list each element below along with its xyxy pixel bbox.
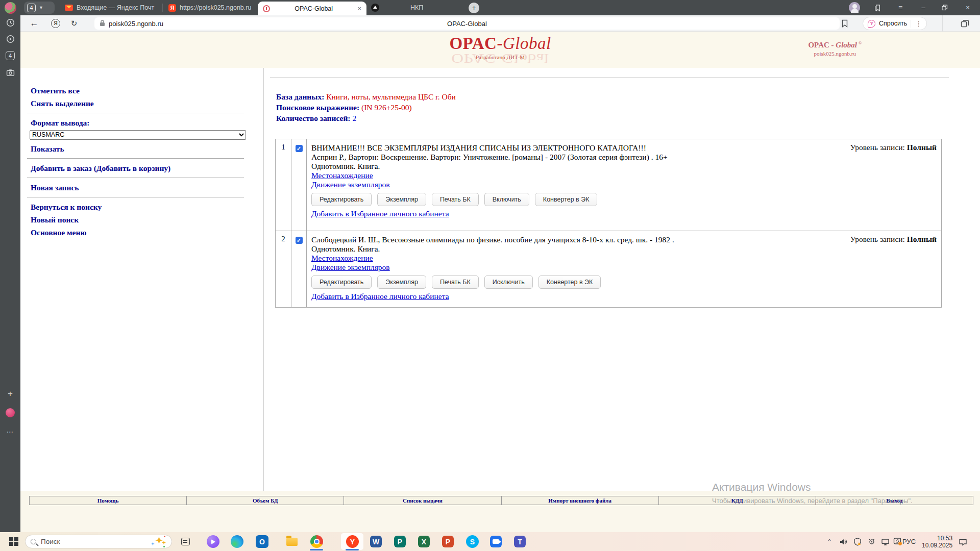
- profile-avatar[interactable]: [5, 2, 16, 14]
- tab-counter-button[interactable]: 4 ▼: [24, 2, 55, 14]
- language-indicator[interactable]: РУС: [902, 532, 916, 551]
- footer-link-exit[interactable]: Выход: [816, 496, 973, 505]
- back-icon[interactable]: ←: [27, 18, 42, 29]
- tab-poisk[interactable]: Я https://poisk025.ngonb.ru: [168, 0, 255, 15]
- reload-icon[interactable]: ↻: [66, 19, 82, 28]
- tab-panel-badge[interactable]: 4: [0, 51, 20, 60]
- menu-icon[interactable]: ≡: [892, 0, 909, 15]
- minimize-button[interactable]: –: [915, 0, 932, 15]
- record-checkbox-checked[interactable]: ✓: [296, 237, 303, 244]
- media-play-icon[interactable]: [0, 35, 20, 45]
- kebab-menu-icon[interactable]: ⋮: [911, 20, 922, 28]
- record-body: Слободецкий И. Ш., Всесоюзные олимпиады …: [307, 231, 941, 307]
- network-icon[interactable]: [881, 532, 890, 551]
- address-bar[interactable]: poisk025.ngonb.ru OPAC-Global: [94, 17, 840, 30]
- sidebar-more-icon[interactable]: ⋯: [0, 428, 20, 436]
- converter-button[interactable]: Конвертер в ЭК: [538, 276, 601, 289]
- copies-movement-link[interactable]: Движение экземпляров: [311, 263, 390, 272]
- browser-side-strip: 4 + ⋯: [0, 0, 20, 532]
- footer-link-kdd[interactable]: КДД: [659, 496, 816, 505]
- edit-button[interactable]: Редактировать: [311, 193, 372, 206]
- sidebar-menu: Отметить все Снять выделение Формат выво…: [20, 68, 264, 491]
- location-link[interactable]: Местонахождение: [311, 171, 373, 180]
- results-table: 1 ✓ ВНИМАНИЕ!!! ВСЕ ЭКЗЕМПЛЯРЫ ИЗДАНИЯ С…: [275, 139, 942, 308]
- tab-count: 4: [27, 4, 36, 12]
- opac-header: OPAC-Global OPAC-Global Разработано ДИТ-…: [20, 32, 980, 68]
- converter-button[interactable]: Конвертер в ЭК: [535, 193, 598, 206]
- new-tab-button[interactable]: +: [469, 3, 479, 13]
- restore-button[interactable]: [936, 0, 953, 15]
- panels-icon[interactable]: [869, 0, 886, 15]
- close-window-button[interactable]: ×: [959, 0, 976, 15]
- sidebar-item-select-all[interactable]: Отметить все: [31, 86, 263, 95]
- record-number: 2: [276, 231, 291, 307]
- ask-ai-button[interactable]: ? Спросить ⋮: [863, 17, 927, 30]
- footer-link-db-volume[interactable]: Объем БД: [187, 496, 344, 505]
- print-card-button[interactable]: Печать БК: [432, 193, 479, 206]
- edit-button[interactable]: Редактировать: [311, 276, 372, 289]
- chrome-app-icon[interactable]: [310, 535, 323, 548]
- sidebar-item-new-record[interactable]: Новая запись: [31, 183, 263, 192]
- sidebar-item-new-search[interactable]: Новый поиск: [31, 215, 263, 224]
- add-favorite-link[interactable]: Добавить в Избранное личного кабинета: [311, 209, 449, 218]
- tab-opac-global-active[interactable]: OPAC-Global ×: [258, 2, 366, 15]
- notifications-icon[interactable]: [959, 532, 967, 551]
- bookmark-icon[interactable]: [841, 19, 848, 28]
- record-number: 1: [276, 139, 291, 231]
- skype-app-icon[interactable]: S: [466, 535, 479, 548]
- sidebar-item-back-to-search[interactable]: Вернуться к поиску: [31, 203, 263, 212]
- location-link[interactable]: Местонахождение: [311, 254, 373, 263]
- yandex-services-icon[interactable]: Я: [51, 19, 60, 28]
- volume-icon[interactable]: [839, 532, 847, 551]
- history-icon[interactable]: [0, 18, 20, 29]
- sidebar-item-show[interactable]: Показать: [31, 144, 263, 154]
- tray-expand-icon[interactable]: ⌃: [827, 532, 832, 551]
- tab-strip: 4 ▼ Входящие — Яндекс Почт Я https://poi…: [0, 0, 980, 15]
- footer-link-help[interactable]: Помощь: [30, 496, 186, 505]
- sync-update-icon[interactable]: [893, 532, 902, 551]
- exclude-button[interactable]: Исключить: [484, 276, 533, 289]
- powerpoint-app-icon[interactable]: P: [442, 536, 454, 547]
- outlook-app-icon[interactable]: O: [256, 535, 268, 548]
- copy-button[interactable]: Экземпляр: [377, 193, 426, 206]
- edge-app-icon[interactable]: [231, 535, 243, 548]
- yandex-browser-icon[interactable]: Y: [346, 535, 359, 548]
- alice-app-icon[interactable]: [207, 535, 219, 548]
- screenshot-icon[interactable]: [0, 68, 20, 79]
- format-select[interactable]: RUSMARC: [30, 130, 246, 140]
- include-button[interactable]: Включить: [484, 193, 529, 206]
- collections-icon[interactable]: [961, 19, 969, 28]
- security-shield-icon[interactable]: [853, 532, 862, 551]
- tab-nkp[interactable]: НКП: [371, 0, 448, 15]
- camera-app-icon[interactable]: [490, 536, 502, 547]
- taskbar-search[interactable]: Поиск: [25, 535, 172, 548]
- add-favorite-link[interactable]: Добавить в Избранное личного кабинета: [311, 292, 449, 301]
- sidebar-item-deselect-all[interactable]: Снять выделение: [31, 99, 263, 108]
- copies-movement-link[interactable]: Движение экземпляров: [311, 180, 390, 189]
- clock[interactable]: 10:53 10.09.2025: [922, 532, 951, 551]
- record-checkbox-checked[interactable]: ✓: [296, 145, 303, 152]
- time: 10:53: [922, 535, 952, 542]
- start-button[interactable]: [4, 532, 23, 551]
- word-app-icon[interactable]: W: [370, 536, 382, 547]
- print-card-button[interactable]: Печать БК: [432, 276, 479, 289]
- toolbar-separator: [942, 15, 943, 32]
- task-view-icon[interactable]: [178, 532, 193, 551]
- footer-link-issue-list[interactable]: Список выдачи: [344, 496, 501, 505]
- sidebar-item-main-menu[interactable]: Основное меню: [31, 228, 263, 237]
- sidebar-add-icon[interactable]: +: [0, 389, 20, 399]
- tab-mail[interactable]: Входящие — Яндекс Почт: [65, 0, 160, 15]
- excel-app-icon[interactable]: X: [418, 536, 430, 547]
- browser-user-avatar[interactable]: [849, 2, 860, 13]
- close-tab-icon[interactable]: ×: [357, 5, 361, 12]
- alice-assistant-icon[interactable]: [0, 408, 20, 419]
- footer-link-import-file[interactable]: Импорт внешнего файла: [502, 496, 658, 505]
- copy-button[interactable]: Экземпляр: [377, 276, 426, 289]
- publisher-app-icon[interactable]: P: [394, 536, 406, 547]
- sidebar-item-add-to-order[interactable]: Добавить в заказ (Добавить в корзину): [31, 164, 263, 173]
- camera-privacy-icon[interactable]: [868, 532, 876, 551]
- teams-app-icon[interactable]: T: [514, 536, 526, 547]
- record-title: Слободецкий И. Ш., Всесоюзные олимпиады …: [311, 235, 937, 244]
- file-explorer-icon[interactable]: [285, 535, 298, 548]
- date: 10.09.2025: [922, 542, 952, 549]
